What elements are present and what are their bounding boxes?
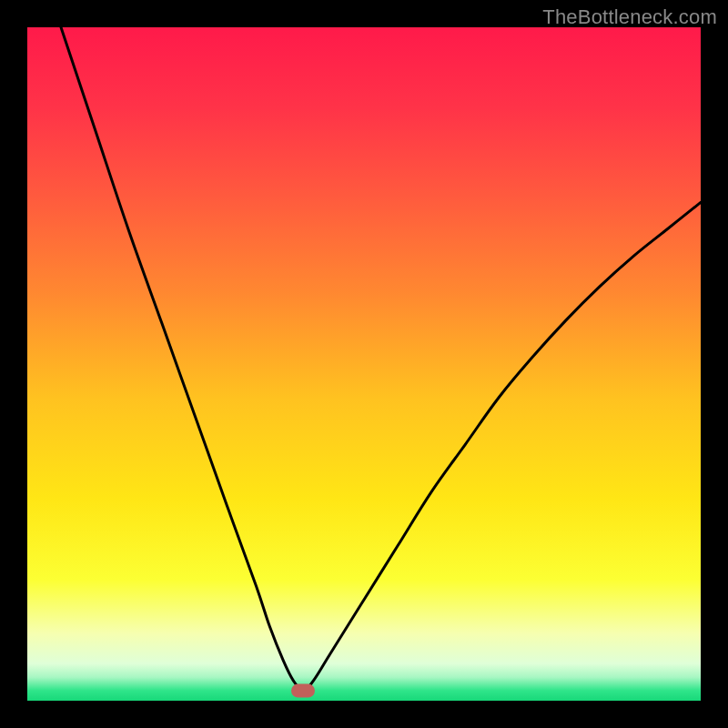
watermark-text: TheBottleneck.com (542, 5, 717, 29)
bottleneck-curve (27, 27, 701, 701)
chart-frame: TheBottleneck.com (0, 0, 728, 728)
optimal-marker (291, 683, 315, 697)
plot-area (27, 27, 701, 701)
